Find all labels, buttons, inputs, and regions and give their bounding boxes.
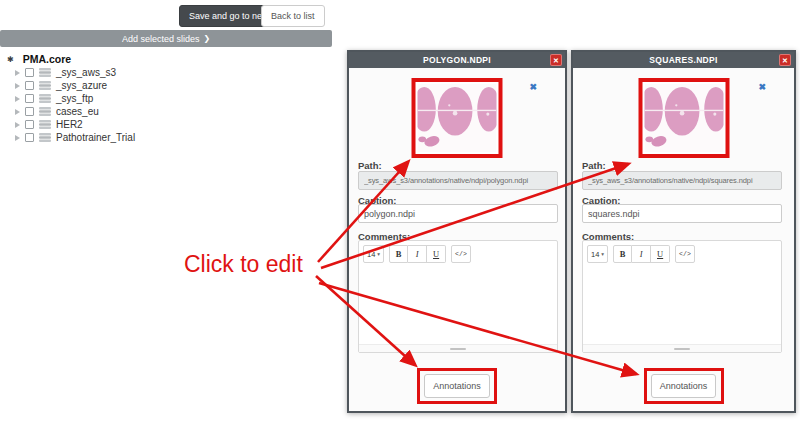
- tree-item-her2[interactable]: HER2: [0, 118, 135, 131]
- checkbox[interactable]: [25, 120, 34, 129]
- dialog-titlebar[interactable]: SQUARES.NDPI ✕: [573, 52, 794, 68]
- add-selected-slides-label: Add selected slides: [122, 34, 200, 44]
- annotations-button[interactable]: Annotations: [424, 374, 490, 398]
- path-label: Path:: [358, 160, 382, 171]
- expander-icon[interactable]: [15, 135, 20, 141]
- path-label: Path:: [582, 160, 606, 171]
- comments-editor-content[interactable]: [359, 266, 557, 338]
- expander-icon[interactable]: [15, 109, 20, 115]
- back-to-list-button[interactable]: Back to list: [261, 5, 325, 27]
- caret-down-icon: ▾: [601, 251, 604, 257]
- code-view-button[interactable]: </>: [675, 245, 695, 263]
- tree-item-label[interactable]: cases_eu: [56, 106, 99, 117]
- add-selected-slides-button[interactable]: Add selected slides ❯: [0, 30, 332, 47]
- storage-icon: [39, 120, 51, 129]
- comments-editor: 14▾ B I U </>: [582, 240, 782, 353]
- dialog-body: ✖ Path: Caption: Comments: 14▾ B I U </>…: [573, 68, 794, 411]
- close-icon: ✕: [553, 57, 559, 64]
- comments-editor: 14▾ B I U </>: [358, 240, 558, 353]
- tree-item-label[interactable]: _sys_ftp: [56, 93, 93, 104]
- close-button[interactable]: ✕: [550, 54, 562, 66]
- annotations-highlight-box: Annotations: [417, 368, 497, 404]
- code-view-button[interactable]: </>: [451, 245, 471, 263]
- italic-button[interactable]: I: [408, 245, 427, 263]
- tree-item-label[interactable]: _sys_aws_s3: [56, 67, 116, 78]
- remove-slide-icon[interactable]: ✖: [529, 83, 537, 92]
- slide-dialog-squares: SQUARES.NDPI ✕ ✖ Path: Caption: Com: [571, 50, 796, 413]
- checkbox[interactable]: [25, 107, 34, 116]
- caption-input[interactable]: [582, 204, 782, 223]
- expander-icon[interactable]: [15, 122, 20, 128]
- storage-icon: [39, 133, 51, 142]
- storage-icon: [39, 81, 51, 90]
- comments-editor-content[interactable]: [583, 266, 781, 338]
- storage-icon: [39, 94, 51, 103]
- editor-toolbar: 14▾ B I U </>: [583, 241, 781, 266]
- thumbnail-highlight-box: [638, 78, 729, 158]
- editor-resize-handle[interactable]: [583, 344, 781, 352]
- tree-item-sys-azure[interactable]: _sys_azure: [0, 79, 135, 92]
- server-root-icon: ✱: [7, 55, 14, 64]
- checkbox[interactable]: [25, 133, 34, 142]
- remove-slide-icon[interactable]: ✖: [758, 83, 766, 92]
- storage-icon: [39, 68, 51, 77]
- slide-thumbnail-image[interactable]: [644, 84, 723, 152]
- editor-resize-handle[interactable]: [359, 344, 557, 352]
- folder-tree: ✱ PMA.core _sys_aws_s3 _sys_azure _sys_f…: [0, 52, 135, 144]
- tree-item-sys-aws-s3[interactable]: _sys_aws_s3: [0, 66, 135, 79]
- editor-toolbar: 14▾ B I U </>: [359, 241, 557, 266]
- thumbnail-highlight-box: [412, 78, 503, 158]
- expander-icon[interactable]: [15, 83, 20, 89]
- caption-input[interactable]: [358, 204, 558, 223]
- click-to-edit-label: Click to edit: [184, 251, 303, 278]
- expander-icon[interactable]: [15, 96, 20, 102]
- slide-dialog-polygon: POLYGON.NDPI ✕ ✖ Path: Caption: Com: [347, 50, 567, 413]
- font-size-value: 14: [591, 250, 599, 259]
- close-button[interactable]: ✕: [779, 54, 791, 66]
- tree-item-sys-ftp[interactable]: _sys_ftp: [0, 92, 135, 105]
- tree-item-label[interactable]: _sys_azure: [56, 80, 107, 91]
- tree-root-label[interactable]: PMA.core: [23, 53, 71, 65]
- font-size-dropdown[interactable]: 14▾: [363, 245, 384, 263]
- close-icon: ✕: [782, 57, 788, 64]
- expander-icon[interactable]: [15, 70, 20, 76]
- slide-thumbnail-image[interactable]: [418, 84, 497, 152]
- checkbox[interactable]: [25, 94, 34, 103]
- checkbox[interactable]: [25, 68, 34, 77]
- italic-button[interactable]: I: [632, 245, 651, 263]
- dialog-body: ✖ Path: Caption: Comments: 14▾ B I U </>…: [349, 68, 565, 411]
- chevron-right-icon: ❯: [203, 34, 210, 43]
- underline-button[interactable]: U: [427, 245, 446, 263]
- font-size-dropdown[interactable]: 14▾: [587, 245, 608, 263]
- annotations-highlight-box: Annotations: [644, 368, 724, 404]
- dialog-title: SQUARES.NDPI: [649, 55, 717, 65]
- tree-item-label[interactable]: HER2: [56, 119, 83, 130]
- path-input[interactable]: [358, 171, 558, 190]
- underline-button[interactable]: U: [651, 245, 670, 263]
- font-size-value: 14: [367, 250, 375, 259]
- bold-button[interactable]: B: [613, 245, 632, 263]
- annotations-button[interactable]: Annotations: [651, 374, 717, 398]
- path-input[interactable]: [582, 171, 782, 190]
- checkbox[interactable]: [25, 81, 34, 90]
- storage-icon: [39, 107, 51, 116]
- caret-down-icon: ▾: [377, 251, 380, 257]
- dialog-title: POLYGON.NDPI: [423, 55, 491, 65]
- tree-item-label[interactable]: Pathotrainer_Trial: [56, 132, 135, 143]
- tree-item-cases-eu[interactable]: cases_eu: [0, 105, 135, 118]
- tree-root-pma-core[interactable]: ✱ PMA.core: [0, 52, 135, 66]
- dialog-titlebar[interactable]: POLYGON.NDPI ✕: [349, 52, 565, 68]
- bold-button[interactable]: B: [389, 245, 408, 263]
- tree-item-pathotrainer-trial[interactable]: Pathotrainer_Trial: [0, 131, 135, 144]
